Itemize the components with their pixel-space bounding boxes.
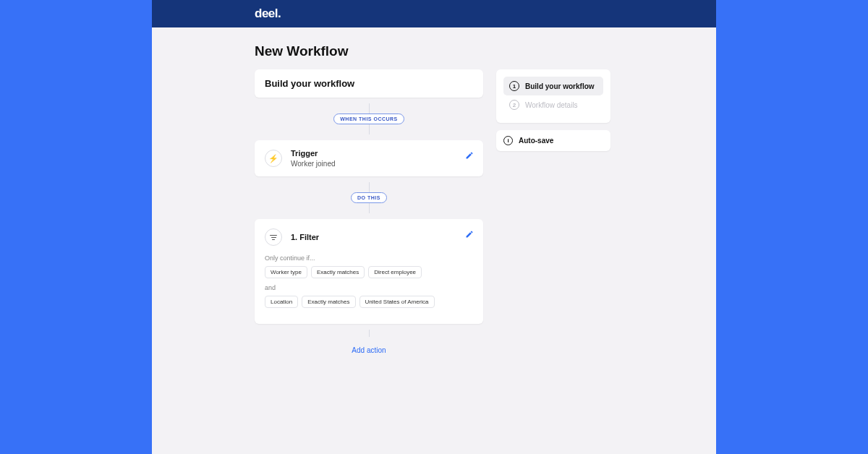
trigger-subtitle: Worker joined	[291, 160, 336, 168]
step-number-2: 2	[509, 100, 519, 110]
pencil-icon	[465, 150, 474, 158]
connector-line	[369, 124, 370, 134]
build-workflow-header-card: Build your workflow	[255, 69, 483, 98]
page-title: New Workflow	[255, 43, 716, 59]
layout: Build your workflow WHEN THIS OCCURS ⚡ T…	[152, 69, 716, 356]
info-icon: i	[503, 136, 513, 145]
build-workflow-label: Build your workflow	[265, 78, 354, 89]
connector-line	[369, 182, 370, 192]
autosave-label: Auto-save	[519, 137, 553, 145]
edit-filter-button[interactable]	[464, 228, 475, 238]
side-column: 1 Build your workflow 2 Workflow details…	[496, 69, 610, 356]
cond1-field[interactable]: Worker type	[265, 266, 307, 278]
cond2-value[interactable]: United States of America	[359, 296, 435, 308]
connector-do-this: DO THIS	[255, 182, 483, 213]
trigger-card[interactable]: ⚡ Trigger Worker joined	[255, 140, 483, 176]
pencil-icon	[465, 228, 474, 237]
connector-line	[369, 103, 370, 113]
connector-add	[255, 330, 483, 337]
cond1-value[interactable]: Direct employee	[368, 266, 422, 278]
when-occurs-pill: WHEN THIS OCCURS	[333, 113, 404, 124]
add-action-button[interactable]: Add action	[352, 346, 386, 354]
connector-line	[369, 330, 370, 337]
filter-card[interactable]: 1. Filter Only continue if... Worker typ…	[255, 219, 483, 324]
and-label: and	[265, 284, 473, 291]
connector-line	[369, 203, 370, 213]
autosave-card: i Auto-save	[496, 130, 610, 151]
do-this-pill: DO THIS	[351, 192, 387, 203]
only-continue-label: Only continue if...	[265, 254, 473, 262]
app-header: deel.	[152, 0, 716, 27]
brand-logo: deel.	[255, 7, 281, 21]
cond1-op[interactable]: Exactly matches	[311, 266, 365, 278]
filter-title: 1. Filter	[291, 233, 319, 241]
edit-trigger-button[interactable]	[464, 149, 475, 159]
steps-card: 1 Build your workflow 2 Workflow details	[496, 69, 610, 123]
condition-row-2: Location Exactly matches United States o…	[265, 296, 473, 308]
connector-when-occurs: WHEN THIS OCCURS	[255, 103, 483, 134]
step-1-label: Build your workflow	[525, 82, 595, 90]
trigger-title: Trigger	[291, 149, 336, 158]
condition-row-1: Worker type Exactly matches Direct emplo…	[265, 266, 473, 278]
cond2-field[interactable]: Location	[265, 296, 298, 308]
step-build-workflow[interactable]: 1 Build your workflow	[503, 77, 603, 95]
add-action-row: Add action	[255, 343, 483, 356]
app-frame: deel. New Workflow Build your workflow W…	[152, 0, 716, 454]
filter-icon	[265, 228, 282, 246]
step-number-1: 1	[509, 81, 519, 91]
step-2-label: Workflow details	[525, 101, 578, 109]
cond2-op[interactable]: Exactly matches	[302, 296, 355, 308]
workflow-column: Build your workflow WHEN THIS OCCURS ⚡ T…	[255, 69, 483, 356]
bolt-icon: ⚡	[265, 150, 282, 167]
step-workflow-details[interactable]: 2 Workflow details	[503, 95, 603, 114]
